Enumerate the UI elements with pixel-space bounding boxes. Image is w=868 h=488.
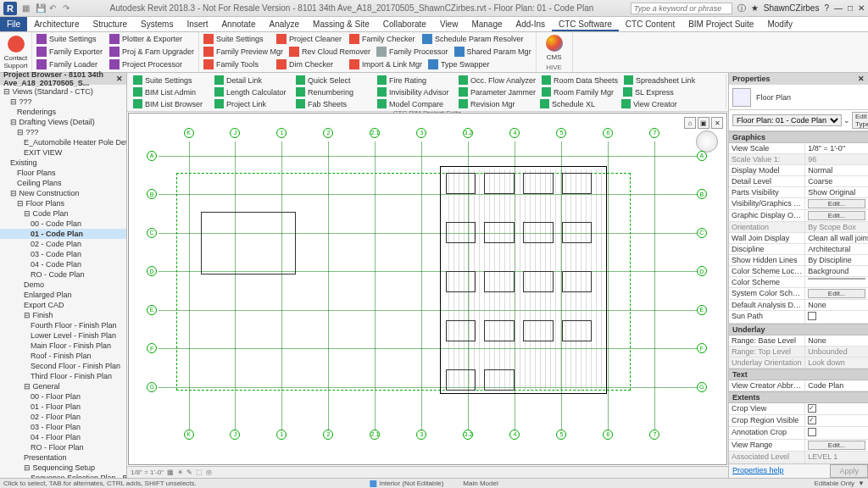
grid-bubble[interactable]: 5: [556, 128, 566, 138]
vc-icon[interactable]: ✎: [186, 469, 192, 476]
tree-node[interactable]: ⊟ ???: [0, 127, 126, 137]
grid-bubble[interactable]: G: [697, 382, 707, 392]
tree-node[interactable]: 00 - Floor Plan: [0, 391, 126, 402]
ribbon-shared-param-mgr[interactable]: Shared Param Mgr: [452, 46, 534, 58]
grid-bubble[interactable]: C: [147, 228, 157, 238]
tab-ctc-content[interactable]: CTC Content: [619, 17, 682, 31]
edit-instance-icon[interactable]: ⌄: [843, 116, 850, 125]
prop-row[interactable]: Visibility/Graphics Ov...Edit...: [729, 198, 868, 210]
grid-bubble[interactable]: B: [697, 189, 707, 199]
prop-checkbox[interactable]: [808, 428, 816, 436]
prop-checkbox[interactable]: [808, 404, 816, 413]
tree-node[interactable]: ⊟ Floor Plans: [0, 198, 126, 208]
prop-row[interactable]: View RangeEdit...: [729, 440, 868, 452]
prop-row[interactable]: Range: Base LevelNone: [729, 336, 868, 347]
grid-bubble[interactable]: 2.1: [370, 430, 380, 440]
grid-bubble[interactable]: K: [184, 128, 194, 138]
ribbon-plotter-exporter[interactable]: Plotter & Exporter: [107, 33, 185, 45]
tab-architecture[interactable]: Architecture: [27, 17, 86, 31]
grid-bubble[interactable]: J: [230, 430, 240, 440]
prop-edit-button[interactable]: [808, 278, 865, 280]
ribbon-suite-settings[interactable]: Suite Settings: [34, 33, 106, 45]
ribbon-family-tools[interactable]: Family Tools: [201, 58, 273, 70]
user-label[interactable]: ShawnCZirbes: [764, 3, 820, 13]
tree-node[interactable]: Third Floor - Finish Plan: [0, 371, 126, 381]
tree-node[interactable]: 04 - Floor Plan: [0, 432, 126, 442]
tab-view[interactable]: View: [433, 17, 465, 31]
tree-node[interactable]: ⊟ Finish: [0, 310, 126, 320]
tab-massing-site[interactable]: Massing & Site: [306, 17, 376, 31]
prop-edit-button[interactable]: Edit...: [808, 441, 865, 450]
grid-bubble[interactable]: E: [697, 305, 707, 315]
tab-systems[interactable]: Systems: [134, 17, 180, 31]
grid-bubble[interactable]: C: [697, 228, 707, 238]
tree-node[interactable]: Presentation: [0, 452, 126, 463]
grid-bubble[interactable]: 7: [649, 128, 659, 138]
grid-bubble[interactable]: D: [147, 266, 157, 276]
help-icon[interactable]: ?: [824, 3, 829, 13]
contact-support-button[interactable]: Contact Support: [0, 32, 32, 72]
prop-row[interactable]: Default Analysis Displ...None: [729, 300, 868, 311]
tool-length-calculator[interactable]: Length Calculator: [212, 86, 292, 97]
grid-bubble[interactable]: 3: [416, 430, 426, 440]
ribbon-project-processor[interactable]: Project Processor: [107, 58, 185, 70]
close-icon[interactable]: ✕: [858, 3, 865, 13]
tree-node[interactable]: ⊟ General: [0, 381, 126, 391]
tree-node[interactable]: E_Automobile Heater Pole Det...: [0, 137, 126, 147]
apply-button[interactable]: Apply: [830, 464, 868, 478]
tab-modify[interactable]: Modify: [760, 17, 798, 31]
info-icon[interactable]: ⓘ: [737, 3, 746, 14]
tool-invisibility-advisor[interactable]: Invisibility Advisor: [375, 86, 455, 97]
prop-row[interactable]: Detail LevelCoarse: [729, 176, 868, 187]
tool-sl-express[interactable]: SL Express: [620, 86, 701, 97]
grid-bubble[interactable]: 4: [509, 430, 520, 440]
ribbon-proj-fam-upgrader[interactable]: Proj & Fam Upgrader: [107, 46, 197, 58]
vc-icon[interactable]: ▦: [167, 469, 174, 476]
model-label[interactable]: Main Model: [463, 480, 498, 487]
help-search-input[interactable]: [631, 3, 732, 14]
prop-row[interactable]: Wall Join DisplayClean all wall joins: [729, 233, 868, 244]
prop-edit-button[interactable]: Edit...: [808, 289, 865, 298]
grid-bubble[interactable]: D: [697, 266, 707, 276]
cms-button[interactable]: CMS: [538, 33, 570, 63]
properties-help-link[interactable]: Properties help: [729, 464, 830, 478]
tool-model-compare[interactable]: Model Compare: [375, 98, 455, 109]
qat-open-icon[interactable]: ▦: [22, 3, 32, 14]
grid-bubble[interactable]: 2: [323, 430, 333, 440]
grid-bubble[interactable]: A: [697, 151, 707, 161]
ribbon-rev-cloud-remover[interactable]: Rev Cloud Remover: [287, 46, 373, 58]
grid-bubble[interactable]: 3.2: [463, 128, 473, 138]
prop-row[interactable]: DisciplineArchitectural: [729, 244, 868, 255]
edit-type-button[interactable]: Edit Type: [852, 112, 868, 129]
qat-undo-icon[interactable]: ↶: [49, 3, 59, 14]
props-section-graphics[interactable]: Graphics: [729, 131, 868, 143]
tool-room-family-mgr[interactable]: Room Family Mgr: [539, 86, 620, 97]
grid-bubble[interactable]: 3.2: [463, 430, 473, 440]
ribbon-family-processor[interactable]: Family Processor: [374, 46, 451, 58]
drawing-canvas[interactable]: ⌂ ▣ ✕ AABBCCDDEEFFGGKKJJ11222.12.1333.23…: [128, 113, 727, 465]
grid-bubble[interactable]: E: [147, 305, 157, 315]
tool-detail-link[interactable]: Detail Link: [212, 75, 292, 86]
tool-bim-list-browser[interactable]: BIM List Browser: [131, 98, 211, 109]
tab-annotate[interactable]: Annotate: [214, 17, 262, 31]
vc-icon[interactable]: ◎: [206, 469, 212, 476]
tree-node[interactable]: RO - Code Plan: [0, 269, 126, 280]
tree-node[interactable]: 03 - Code Plan: [0, 249, 126, 259]
props-close-icon[interactable]: ✕: [858, 75, 865, 83]
tree-node[interactable]: Lower Level - Finish Plan: [0, 330, 126, 341]
prop-checkbox[interactable]: [808, 416, 816, 424]
prop-row[interactable]: Parts VisibilityShow Original: [729, 187, 868, 198]
type-selector[interactable]: Floor Plan: [729, 85, 868, 110]
tree-node[interactable]: RO - Floor Plan: [0, 442, 126, 452]
prop-row[interactable]: Show Hidden LinesBy Discipline: [729, 255, 868, 266]
tool-view-creator[interactable]: View Creator: [619, 98, 699, 109]
prop-row[interactable]: Annotation Crop: [729, 427, 868, 440]
grid-bubble[interactable]: A: [147, 151, 157, 161]
prop-checkbox[interactable]: [808, 312, 816, 320]
tree-node[interactable]: 02 - Floor Plan: [0, 412, 126, 422]
tool-spreadsheet-link[interactable]: Spreadsheet Link: [621, 75, 702, 86]
qat-save-icon[interactable]: 💾: [36, 3, 46, 14]
prop-edit-button[interactable]: Edit...: [808, 211, 865, 220]
tool-schedule-xl[interactable]: Schedule XL: [537, 98, 618, 109]
grid-bubble[interactable]: G: [147, 382, 157, 392]
